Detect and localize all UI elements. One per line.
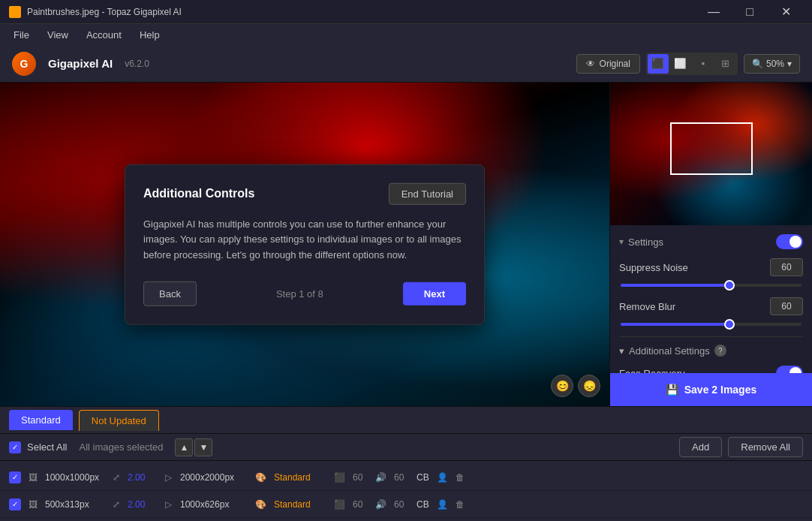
- row-1-noise: 60: [353, 472, 368, 483]
- remove-blur-row: Remove Blur 60: [619, 297, 803, 315]
- right-panel: ▾ Settings Suppress Noise 60: [609, 83, 812, 406]
- view-mode-buttons: ⬛ ⬜ ▪ ⊞: [646, 53, 738, 75]
- suppress-noise-fill: [621, 284, 729, 287]
- next-button[interactable]: Next: [403, 282, 466, 306]
- app-container: G Gigapixel AI v6.2.0 👁 Original ⬛ ⬜ ▪ ⊞…: [0, 45, 812, 521]
- menu-account[interactable]: Account: [79, 26, 129, 44]
- menu-file[interactable]: File: [6, 26, 37, 44]
- original-button[interactable]: 👁 Original: [576, 54, 640, 74]
- row-1-delete[interactable]: 🗑: [456, 472, 465, 483]
- emoji-buttons: 😊 😞: [551, 375, 600, 397]
- image-list-controls: ✓ Select All All images selected ▲ ▼ Add…: [0, 434, 812, 461]
- remove-all-button[interactable]: Remove All: [728, 437, 803, 457]
- row-2-output-icon: ▷: [165, 499, 173, 510]
- zoom-icon: 🔍: [752, 59, 763, 69]
- remove-blur-slider[interactable]: [619, 323, 803, 326]
- additional-settings-header[interactable]: ▾ Additional Settings ?: [619, 345, 803, 357]
- image-row: ✓ 🖼 1000x1000px ⤢ 2.00 ▷ 2000x2000px 🎨 S…: [0, 464, 812, 491]
- view-split-v-button[interactable]: ▪: [693, 54, 714, 74]
- settings-label: Settings: [628, 236, 663, 248]
- canvas-area[interactable]: Additional Controls End Tutorial Gigapix…: [0, 83, 609, 406]
- select-all-label: Select All: [27, 441, 67, 453]
- row-1-size: 1000x1000px: [45, 472, 105, 483]
- row-2-noise: 60: [353, 499, 368, 510]
- end-tutorial-button[interactable]: End Tutorial: [389, 182, 466, 204]
- chevron-down-icon-2: ▾: [619, 345, 624, 357]
- sad-emoji-button[interactable]: 😞: [578, 375, 600, 397]
- suppress-noise-value[interactable]: 60: [770, 258, 803, 276]
- settings-panel: ▾ Settings Suppress Noise 60: [610, 225, 812, 373]
- remove-blur-value[interactable]: 60: [770, 297, 803, 315]
- select-all-checkbox[interactable]: ✓: [9, 441, 21, 453]
- row-1-face: 👤: [437, 472, 448, 483]
- face-recovery-switch[interactable]: [776, 366, 803, 373]
- back-button[interactable]: Back: [143, 282, 197, 306]
- row-1-output-icon: ▷: [165, 472, 173, 483]
- row-2-icon: 🖼: [29, 499, 38, 510]
- settings-toggle-switch[interactable]: [776, 234, 803, 249]
- bottom-bar: Standard Not Updated ✓ Select All All im…: [0, 406, 812, 521]
- row-2-size: 500x313px: [45, 499, 105, 510]
- menubar: File View Account Help: [0, 24, 812, 45]
- preview-thumbnail: [610, 83, 812, 225]
- row-2-checkbox[interactable]: ✓: [9, 498, 21, 510]
- app-version: v6.2.0: [125, 59, 149, 69]
- row-1-icon: 🖼: [29, 472, 38, 483]
- scale-icon: ⤢: [113, 472, 120, 483]
- window-title: Paintbrushes.jpeg - Topaz Gigapixel AI: [27, 7, 690, 17]
- row-2-cb: CB: [417, 499, 429, 510]
- row-2-face: 👤: [437, 499, 448, 510]
- happy-emoji-button[interactable]: 😊: [551, 375, 573, 397]
- row-1-output-size: 2000x2000px: [180, 472, 248, 483]
- maximize-button[interactable]: □: [732, 0, 767, 24]
- help-icon[interactable]: ?: [714, 345, 726, 357]
- zoom-control[interactable]: 🔍 50% ▾: [744, 54, 800, 74]
- save-button[interactable]: 💾 Save 2 Images: [610, 373, 812, 406]
- suppress-noise-slider[interactable]: [619, 284, 803, 287]
- remove-blur-label: Remove Blur: [619, 301, 770, 312]
- section-divider: [619, 336, 803, 337]
- row-1-cb: CB: [417, 472, 429, 483]
- sort-up-button[interactable]: ▲: [175, 438, 193, 456]
- window-controls: — □ ✕: [696, 0, 803, 24]
- view-controls: 👁 Original ⬛ ⬜ ▪ ⊞ 🔍 50% ▾: [576, 53, 800, 75]
- minimize-button[interactable]: —: [696, 0, 731, 24]
- view-split-h-button[interactable]: ⬜: [670, 54, 691, 74]
- tab-not-updated[interactable]: Not Updated: [79, 410, 159, 431]
- chevron-down-icon: ▾: [619, 236, 624, 247]
- view-single-button[interactable]: ⬛: [648, 54, 669, 74]
- image-row-2: ✓ 🖼 500x313px ⤢ 2.00 ▷ 1000x626px 🎨 Stan…: [0, 491, 812, 518]
- app-name: Gigapixel AI: [48, 57, 113, 70]
- blur-icon-1: 🔊: [375, 472, 386, 483]
- app-header: G Gigapixel AI v6.2.0 👁 Original ⬛ ⬜ ▪ ⊞…: [0, 45, 812, 83]
- sort-down-button[interactable]: ▼: [194, 438, 212, 456]
- suppress-noise-track: [621, 284, 801, 287]
- suppress-noise-thumb[interactable]: [724, 280, 735, 291]
- face-recovery-label: Face Recovery: [619, 368, 776, 374]
- model-icon-2: 🎨: [255, 499, 266, 510]
- face-recovery-row: Face Recovery: [619, 366, 803, 373]
- remove-blur-fill: [621, 323, 729, 326]
- menu-help[interactable]: Help: [132, 26, 167, 44]
- remove-blur-thumb[interactable]: [724, 319, 735, 330]
- view-grid-button[interactable]: ⊞: [715, 54, 736, 74]
- image-rows: ✓ 🖼 1000x1000px ⤢ 2.00 ▷ 2000x2000px 🎨 S…: [0, 461, 812, 521]
- close-button[interactable]: ✕: [768, 0, 803, 24]
- settings-toggle: [776, 234, 803, 249]
- add-button[interactable]: Add: [679, 437, 722, 457]
- row-1-scale: 2.00: [128, 472, 158, 483]
- all-selected-label: All images selected: [79, 441, 163, 453]
- tab-standard[interactable]: Standard: [9, 410, 73, 430]
- row-1-blur: 60: [394, 472, 409, 483]
- tutorial-header: Additional Controls End Tutorial: [143, 182, 466, 204]
- row-2-delete[interactable]: 🗑: [456, 499, 465, 510]
- remove-blur-track: [621, 323, 801, 326]
- row-2-model: Standard: [274, 499, 326, 510]
- settings-section-header[interactable]: ▾ Settings: [619, 234, 803, 249]
- menu-view[interactable]: View: [40, 26, 76, 44]
- noise-icon-2: ⬛: [334, 499, 345, 510]
- thumbnail-selection: [670, 122, 753, 175]
- tutorial-footer: Back Step 1 of 8 Next: [143, 282, 466, 306]
- step-indicator: Step 1 of 8: [276, 288, 323, 300]
- row-1-checkbox[interactable]: ✓: [9, 471, 21, 483]
